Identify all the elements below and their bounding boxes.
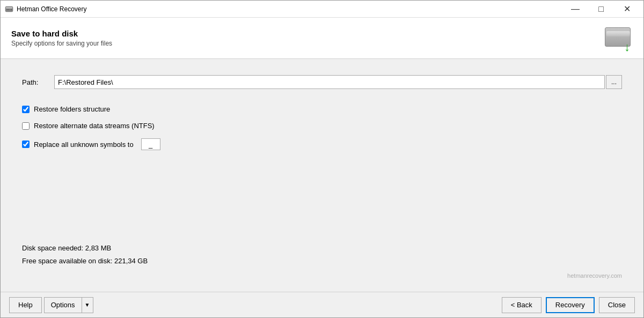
disk-space-needed: Disk space needed: 2,83 MB <box>22 242 622 254</box>
app-icon <box>5 5 13 13</box>
close-window-button[interactable]: ✕ <box>614 1 639 18</box>
restore-folders-checkbox[interactable] <box>22 106 30 113</box>
replace-unknown-row: Replace all unknown symbols to <box>22 138 622 150</box>
svg-point-2 <box>11 9 12 10</box>
replace-symbol-input[interactable] <box>141 138 160 150</box>
arrow-down-icon: ↓ <box>624 41 635 52</box>
options-dropdown-button[interactable]: ▼ <box>82 297 93 313</box>
window-controls: — □ ✕ <box>563 1 639 18</box>
hdd-shine <box>606 31 630 36</box>
options-section: Restore folders structure Restore altern… <box>22 105 622 150</box>
restore-streams-label: Restore alternate data streams (NTFS) <box>34 122 155 130</box>
path-label: Path: <box>22 78 54 86</box>
restore-streams-checkbox[interactable] <box>22 122 30 130</box>
bottom-right-buttons: < Back Recovery Close <box>502 297 635 313</box>
main-window: Hetman Office Recovery — □ ✕ Save to har… <box>0 0 644 318</box>
page-subtitle: Specify options for saving your files <box>11 40 112 47</box>
path-row: Path: ... <box>22 75 622 89</box>
back-button[interactable]: < Back <box>502 297 541 313</box>
bottom-left-buttons: Help Options ▼ <box>9 297 502 313</box>
restore-streams-row: Restore alternate data streams (NTFS) <box>22 122 622 130</box>
content-area: Path: ... Restore folders structure Rest… <box>1 59 643 292</box>
disk-info: Disk space needed: 2,83 MB Free space av… <box>22 242 622 267</box>
browse-button[interactable]: ... <box>606 75 622 89</box>
minimize-button[interactable]: — <box>563 1 588 18</box>
options-main-button[interactable]: Options <box>44 297 82 313</box>
options-button-group: Options ▼ <box>44 297 93 313</box>
watermark-text: hetmanrecovery.com <box>567 272 622 279</box>
header-section: Save to hard disk Specify options for sa… <box>1 18 643 59</box>
watermark: hetmanrecovery.com <box>22 272 622 279</box>
svg-rect-1 <box>6 7 12 9</box>
path-input[interactable] <box>54 75 605 89</box>
title-bar: Hetman Office Recovery — □ ✕ <box>1 1 643 18</box>
svg-rect-3 <box>6 9 10 10</box>
recovery-button[interactable]: Recovery <box>546 297 595 313</box>
header-icon: ↓ <box>605 25 633 51</box>
page-title: Save to hard disk <box>11 29 112 38</box>
bottom-bar: Help Options ▼ < Back Recovery Close <box>1 292 643 317</box>
restore-folders-row: Restore folders structure <box>22 105 622 113</box>
help-button[interactable]: Help <box>9 297 42 313</box>
restore-folders-label: Restore folders structure <box>34 105 110 113</box>
replace-unknown-checkbox[interactable] <box>22 140 30 148</box>
replace-unknown-label: Replace all unknown symbols to <box>34 140 134 149</box>
disk-space-available: Free space available on disk: 221,34 GB <box>22 255 622 267</box>
window-title: Hetman Office Recovery <box>17 5 563 13</box>
header-text: Save to hard disk Specify options for sa… <box>11 29 112 47</box>
maximize-button[interactable]: □ <box>589 1 613 18</box>
content-spacer <box>22 161 622 242</box>
close-button[interactable]: Close <box>599 297 635 313</box>
